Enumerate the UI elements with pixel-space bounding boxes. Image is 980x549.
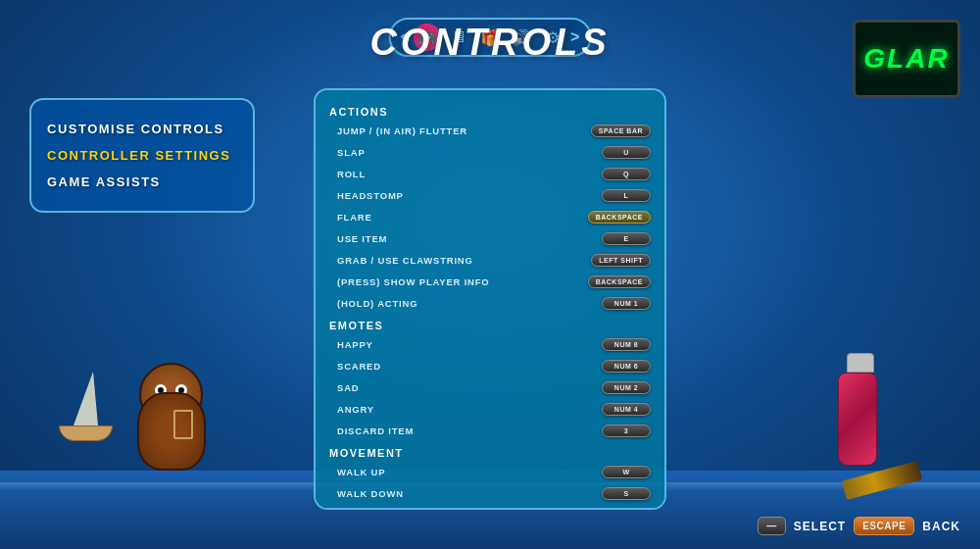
key-headstomp: L [602, 189, 651, 202]
action-grab: GRAB / USE CLAWSTRING [337, 255, 591, 266]
boat-sail [74, 372, 98, 425]
action-acting: (HOLD) ACTING [337, 298, 602, 309]
select-label: SELECT [794, 520, 846, 533]
control-row-angry[interactable]: ANGRY NUM 4 [316, 398, 664, 420]
control-row-walkdown[interactable]: WALK DOWN S [316, 482, 664, 504]
action-slap: SLAP [337, 147, 602, 158]
key-walkleft: A [602, 509, 651, 511]
key-grab: LEFT SHIFT [591, 254, 651, 267]
sidebar-item-assists[interactable]: GAME ASSISTS [45, 169, 239, 195]
key-useitem: E [602, 232, 651, 245]
control-row-acting[interactable]: (HOLD) ACTING NUM 1 [316, 292, 664, 314]
action-roll: ROLL [337, 169, 602, 179]
action-flare: FLARE [337, 212, 588, 223]
sackboy-zip [173, 410, 193, 439]
key-playerinfo: BACKSPACE [588, 275, 651, 288]
control-row-walkleft[interactable]: WALK LEFT A [316, 504, 664, 510]
decorative-boat [59, 372, 113, 441]
action-headstomp: HEADSTOMP [337, 190, 602, 201]
page-title: CONTROLS [369, 22, 610, 64]
back-key: ESCAPE [854, 517, 914, 535]
control-row-useitem[interactable]: USE ITEM E [316, 227, 664, 249]
spray-body [838, 373, 877, 466]
key-jump: SPACE BAR [591, 125, 651, 137]
section-header-emotes: EMOTES [316, 314, 664, 333]
control-row-flare[interactable]: FLARE BACKSPACE [316, 206, 664, 227]
control-row-jump[interactable]: JUMP / (IN AIR) FLUTTER SPACE BAR [316, 120, 664, 141]
key-roll: Q [602, 168, 651, 180]
sidebar-menu: CUSTOMISE CONTROLS CONTROLLER SETTINGS G… [29, 98, 255, 213]
control-row-slap[interactable]: SLAP U [316, 141, 664, 163]
action-walkleft: WALK LEFT [337, 510, 602, 511]
section-header-actions: ACTIONS [316, 100, 664, 120]
control-row-happy[interactable]: HAPPY NUM 8 [316, 333, 664, 355]
key-scared: NUM 6 [602, 360, 651, 373]
key-slap: U [602, 146, 651, 159]
control-row-walkup[interactable]: WALK UP W [316, 461, 664, 482]
glar-monitor: GLAR [853, 20, 960, 98]
key-acting: NUM 1 [602, 297, 651, 310]
control-row-roll[interactable]: ROLL Q [316, 163, 664, 184]
key-discard: 3 [602, 424, 651, 437]
sidebar-item-customise[interactable]: CUSTOMISE CONTROLS [45, 116, 239, 142]
sackboy-character [127, 363, 216, 490]
bottom-bar: — SELECT ESCAPE BACK [758, 517, 960, 535]
action-walkup: WALK UP [337, 467, 602, 477]
key-sad: NUM 2 [602, 381, 651, 394]
action-useitem: USE ITEM [337, 233, 602, 244]
select-key: — [758, 517, 786, 535]
control-row-grab[interactable]: GRAB / USE CLAWSTRING LEFT SHIFT [316, 249, 664, 271]
sidebar-item-controller[interactable]: CONTROLLER SETTINGS [45, 142, 239, 169]
action-discard: DISCARD ITEM [337, 425, 602, 436]
controls-panel: ACTIONS JUMP / (IN AIR) FLUTTER SPACE BA… [314, 88, 666, 510]
key-flare: BACKSPACE [588, 211, 651, 224]
action-sad: SAD [337, 382, 602, 393]
key-walkdown: S [602, 487, 651, 500]
back-label: BACK [922, 520, 960, 533]
sackboy-body [137, 392, 206, 471]
action-walkdown: WALK DOWN [337, 488, 602, 499]
action-angry: ANGRY [337, 404, 602, 415]
spray-can [838, 353, 882, 471]
action-playerinfo: (PRESS) SHOW PLAYER INFO [337, 276, 588, 287]
key-happy: NUM 8 [602, 338, 651, 351]
action-scared: SCARED [337, 361, 602, 372]
spray-cap [847, 353, 874, 373]
key-angry: NUM 4 [602, 403, 651, 416]
action-jump: JUMP / (IN AIR) FLUTTER [337, 125, 591, 136]
action-happy: HAPPY [337, 339, 602, 350]
section-header-movement: MOVEMENT [316, 441, 664, 461]
key-walkup: W [602, 466, 651, 478]
control-row-playerinfo[interactable]: (PRESS) SHOW PLAYER INFO BACKSPACE [316, 271, 664, 292]
control-row-discard[interactable]: DISCARD ITEM 3 [316, 420, 664, 441]
boat-hull [59, 425, 113, 441]
glar-text: GLAR [863, 43, 949, 75]
control-row-sad[interactable]: SAD NUM 2 [316, 376, 664, 398]
control-row-scared[interactable]: SCARED NUM 6 [316, 355, 664, 376]
control-row-headstomp[interactable]: HEADSTOMP L [316, 184, 664, 206]
